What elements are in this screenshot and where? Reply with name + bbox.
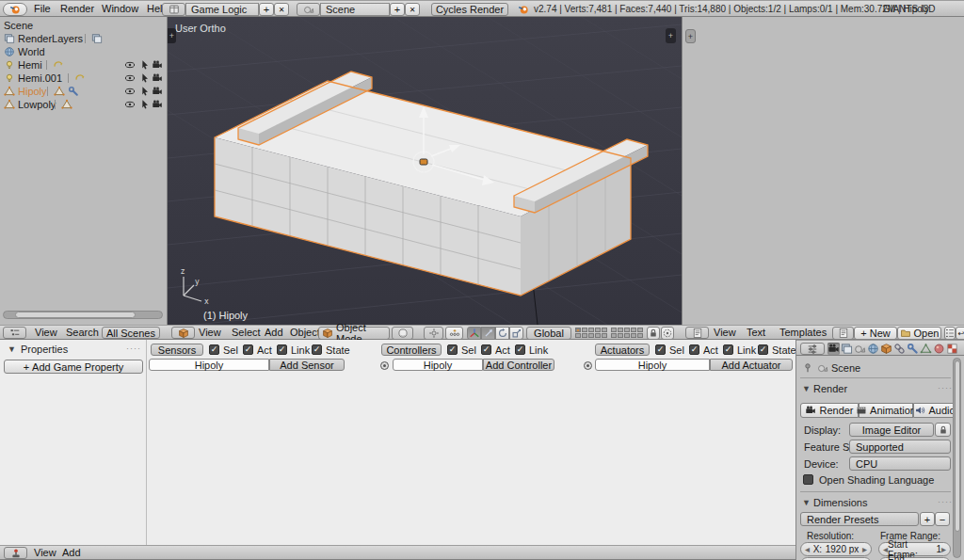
menu-render[interactable]: Render <box>60 1 94 16</box>
tab-constraints[interactable] <box>893 343 906 355</box>
properties-vscrollbar[interactable] <box>953 358 961 558</box>
toolshelf-expand-button[interactable]: + <box>168 28 176 43</box>
dimensions-panel-title[interactable]: Dimensions <box>813 497 867 508</box>
sensors-filter-link[interactable]: ✓Link <box>277 344 310 356</box>
add-game-property-button[interactable]: +Add Game Property <box>4 360 143 374</box>
transform-orientation-select[interactable]: Global <box>526 327 571 340</box>
screen-layout-add-button[interactable]: + <box>259 3 274 16</box>
editor-type-select-outliner[interactable] <box>3 327 26 339</box>
actuators-filter-act[interactable]: ✓Act <box>689 344 718 356</box>
display-select[interactable]: Image Editor <box>849 423 934 437</box>
outliner-hscrollbar-thumb[interactable] <box>15 312 136 318</box>
add-actuator-button[interactable]: Add Actuator <box>710 359 793 371</box>
add-sensor-button[interactable]: Add Sensor <box>269 359 345 371</box>
outliner-row-hemi001[interactable]: Hemi.001 <box>0 72 168 85</box>
viewport-menu-add[interactable]: Add <box>265 326 283 339</box>
outliner-menu-view[interactable]: View <box>35 326 57 339</box>
renderability-camera-icon[interactable] <box>152 59 163 71</box>
actuators-filter-state[interactable]: ✓State <box>758 344 796 356</box>
tab-material[interactable] <box>933 343 945 355</box>
outliner-hscrollbar[interactable] <box>3 311 163 319</box>
screen-layout-name[interactable]: Game Logic <box>185 3 259 16</box>
pivot-point-select[interactable] <box>424 327 443 340</box>
tab-texture[interactable] <box>946 343 958 355</box>
panel-grip[interactable]: ···· <box>126 344 141 353</box>
tab-render-layers[interactable] <box>841 343 853 355</box>
line-numbers-toggle[interactable] <box>944 327 956 340</box>
scene-browse-button[interactable] <box>297 3 320 16</box>
osl-checkbox[interactable] <box>803 474 813 485</box>
manipulator-toggle-button[interactable] <box>445 327 463 340</box>
word-wrap-toggle[interactable]: ↩ <box>956 327 964 340</box>
tab-render[interactable] <box>827 343 840 355</box>
animation-button[interactable]: Animation <box>859 403 913 418</box>
visibility-eye-icon[interactable] <box>124 72 136 84</box>
actuators-filter-sel[interactable]: ✓Sel <box>655 344 684 356</box>
tab-object[interactable] <box>880 343 892 355</box>
panel-grip[interactable]: ···· <box>938 383 953 392</box>
text-menu-templates[interactable]: Templates <box>779 326 827 339</box>
visibility-eye-icon[interactable] <box>124 86 136 97</box>
outliner-menu-search[interactable]: Search <box>66 326 99 339</box>
selectability-cursor-icon[interactable] <box>139 59 151 71</box>
editor-type-select-properties[interactable] <box>800 343 825 355</box>
viewport-3d[interactable]: z y x User Ortho (1) Hipoly + + <box>168 17 682 325</box>
mode-select[interactable]: Object Mode <box>318 327 390 340</box>
outliner-row-renderlayers[interactable]: RenderLayers <box>0 32 168 45</box>
visibility-eye-icon[interactable] <box>124 59 136 71</box>
mesh-data-icon[interactable] <box>61 99 72 110</box>
lock-to-scene-button[interactable] <box>647 327 660 340</box>
outliner-row-scene[interactable]: Scene <box>0 19 168 32</box>
actuator-link-socket[interactable] <box>584 361 592 370</box>
logic-menu-add[interactable]: Add <box>62 546 81 559</box>
editor-type-select-text[interactable] <box>685 327 709 339</box>
text-open-button[interactable]: Open <box>897 327 941 340</box>
outliner-row-hemi[interactable]: Hemi <box>0 58 168 72</box>
render-engine-select[interactable]: Cycles Render <box>431 3 508 16</box>
render-visibility-button[interactable] <box>661 327 674 340</box>
scene-add-button[interactable]: + <box>390 3 405 16</box>
text-datablock-browse-button[interactable] <box>832 327 854 340</box>
renderlayer-data-icon[interactable] <box>91 33 103 44</box>
modifier-wrench-icon[interactable] <box>68 86 79 97</box>
text-menu-text[interactable]: Text <box>747 326 765 339</box>
mesh-data-icon[interactable] <box>54 86 65 97</box>
viewport-shading-select[interactable] <box>392 327 413 340</box>
preset-remove-button[interactable]: − <box>935 512 950 526</box>
text-editor[interactable]: + <box>682 17 964 325</box>
outliner-display-filter-select[interactable]: All Scenes <box>102 327 160 339</box>
selectability-cursor-icon[interactable] <box>139 99 151 110</box>
properties-vscrollbar-thumb[interactable] <box>955 360 960 532</box>
resolution-x-slider[interactable]: ◂ X: 1920 px ▸ <box>800 542 872 556</box>
feature-set-select[interactable]: Supported <box>849 440 951 454</box>
tab-object-data[interactable] <box>920 343 932 355</box>
manipulator-axes-button[interactable] <box>467 327 481 340</box>
render-panel-title[interactable]: Render <box>813 383 847 394</box>
device-select[interactable]: CPU <box>849 456 951 471</box>
panel-grip[interactable]: ···· <box>938 497 953 506</box>
editor-type-select-3dview[interactable] <box>171 327 195 339</box>
increment-arrow-icon[interactable]: ▸ <box>862 544 867 554</box>
scale-manipulator-button[interactable] <box>509 327 523 340</box>
viewport-menu-select[interactable]: Select <box>232 326 261 339</box>
logic-menu-view[interactable]: View <box>34 546 56 559</box>
rotate-manipulator-button[interactable] <box>495 327 509 340</box>
visibility-eye-icon[interactable] <box>124 99 136 110</box>
viewport-menu-object[interactable]: Object <box>290 326 320 339</box>
tab-modifiers[interactable] <box>907 343 919 355</box>
actuators-filter-select[interactable]: Actuators <box>595 344 650 356</box>
outliner-row-lowpoly[interactable]: Lowpoly <box>0 98 168 111</box>
render-presets-select[interactable]: Render Presets <box>800 512 919 526</box>
controllers-filter-sel[interactable]: ✓Sel <box>447 344 476 356</box>
selectability-cursor-icon[interactable] <box>139 86 151 97</box>
sidebar-expand-button[interactable]: + <box>666 28 676 43</box>
actuators-filter-link[interactable]: ✓Link <box>723 344 756 356</box>
tab-scene[interactable] <box>854 343 866 355</box>
renderability-camera-icon[interactable] <box>152 86 163 97</box>
outliner-row-world[interactable]: World <box>0 45 168 58</box>
viewport-menu-view[interactable]: View <box>199 326 221 339</box>
layers-grid-a[interactable] <box>575 328 607 338</box>
decrement-arrow-icon[interactable]: ◂ <box>805 544 810 554</box>
screen-layout-browse-button[interactable] <box>162 3 185 16</box>
preset-add-button[interactable]: + <box>920 512 935 526</box>
